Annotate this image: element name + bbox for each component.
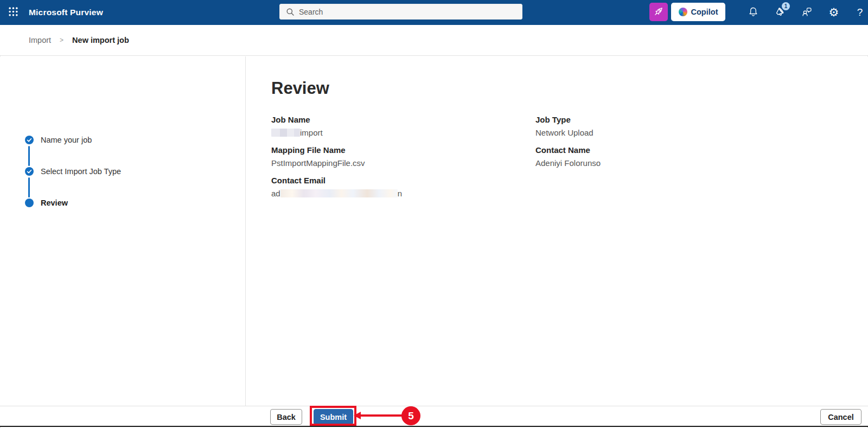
- field-label: Mapping File Name: [271, 145, 535, 155]
- redaction-block: [280, 189, 398, 197]
- waffle-icon: [8, 7, 18, 18]
- app-launcher-button[interactable]: [4, 4, 22, 21]
- redaction-block: [271, 129, 300, 137]
- submit-button[interactable]: Submit: [314, 409, 353, 425]
- field-job-type: Job Type Network Upload: [535, 114, 769, 138]
- rocket-icon: [653, 5, 665, 19]
- top-bar: Microsoft Purview Copilot: [0, 0, 868, 25]
- breadcrumb-current-page: New import job: [72, 36, 129, 44]
- help-button[interactable]: ?: [851, 4, 868, 21]
- field-contact-email: Contact Email adn: [271, 175, 535, 199]
- person-chat-icon: [801, 6, 813, 19]
- field-value: PstImportMappingFile.csv: [271, 158, 535, 168]
- field-value: import: [271, 127, 535, 138]
- review-pane: Review Job Name import Job Type Network …: [246, 56, 868, 406]
- breadcrumb-import-link[interactable]: Import: [29, 36, 51, 44]
- search-input[interactable]: [299, 8, 522, 16]
- field-label: Contact Email: [271, 175, 535, 186]
- promo-rocket-button[interactable]: [649, 3, 668, 21]
- field-label: Job Type: [535, 114, 769, 125]
- search-box[interactable]: [279, 4, 522, 20]
- field-label: Contact Name: [535, 145, 769, 155]
- breadcrumb: Import > New import job: [0, 25, 868, 56]
- field-job-name: Job Name import: [271, 114, 535, 138]
- step-current-dot-icon: [25, 199, 34, 207]
- bell-icon: [748, 6, 759, 19]
- page-title: Review: [271, 79, 868, 98]
- app-title: Microsoft Purview: [29, 8, 103, 17]
- field-value: adn: [271, 188, 535, 199]
- step-label: Name your job: [41, 136, 92, 144]
- gear-icon: ⚙: [829, 7, 839, 18]
- copilot-label: Copilot: [691, 8, 718, 16]
- step-connector: [28, 177, 30, 197]
- copilot-button[interactable]: Copilot: [671, 3, 725, 21]
- wizard-step-select-import-job-type[interactable]: Select Import Job Type: [25, 167, 121, 176]
- search-icon: [286, 8, 295, 16]
- announcements-button[interactable]: 1: [771, 4, 788, 21]
- wizard-step-name-your-job[interactable]: Name your job: [25, 136, 92, 144]
- field-mapping-file-name: Mapping File Name PstImportMappingFile.c…: [271, 145, 535, 168]
- window-bottom-edge: [0, 426, 868, 427]
- step-completed-check-icon: [25, 136, 34, 144]
- field-value: Adeniyi Folorunso: [535, 158, 769, 168]
- review-fields: Job Name import Job Type Network Upload …: [271, 114, 868, 199]
- copilot-logo-icon: [679, 8, 687, 16]
- notifications-button[interactable]: [744, 4, 762, 21]
- feedback-button[interactable]: [798, 4, 815, 21]
- field-value: Network Upload: [535, 127, 769, 138]
- back-button[interactable]: Back: [270, 409, 302, 425]
- question-mark-icon: ?: [857, 7, 863, 18]
- wizard-steps-panel: Name your job Select Import Job Type Rev…: [0, 56, 246, 406]
- step-connector: [28, 146, 30, 166]
- field-label: Job Name: [271, 114, 535, 125]
- content-area: Name your job Select Import Job Type Rev…: [0, 56, 868, 406]
- purview-window: Microsoft Purview Copilot: [0, 0, 868, 428]
- notification-badge: 1: [782, 2, 790, 10]
- step-completed-check-icon: [25, 167, 34, 176]
- chevron-right-icon: >: [60, 36, 63, 44]
- cancel-button[interactable]: Cancel: [820, 409, 861, 425]
- settings-button[interactable]: ⚙: [825, 4, 843, 21]
- step-label: Review: [41, 199, 68, 207]
- wizard-step-review[interactable]: Review: [25, 199, 68, 207]
- field-contact-name: Contact Name Adeniyi Folorunso: [535, 145, 769, 168]
- footer-bar: Back Submit Cancel: [0, 406, 868, 426]
- step-label: Select Import Job Type: [41, 167, 121, 176]
